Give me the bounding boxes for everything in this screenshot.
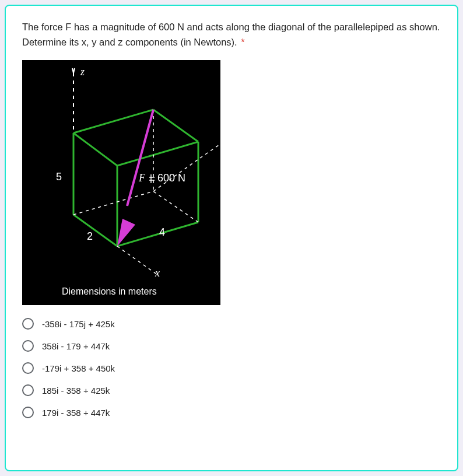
options-group: -358i - 175j + 425k 358i - 179 + 447k -1… (22, 318, 441, 418)
required-marker: * (241, 37, 244, 47)
radio-icon (22, 340, 34, 352)
dim-4-label: 4 (159, 226, 165, 239)
radio-icon (22, 318, 34, 330)
svg-line-13 (73, 191, 153, 215)
svg-line-5 (117, 142, 198, 166)
svg-line-14 (153, 191, 198, 222)
force-val: 600 N (157, 172, 185, 184)
option-label: 179i - 358 + 447k (42, 408, 110, 418)
svg-line-16 (200, 136, 220, 158)
svg-line-10 (73, 215, 117, 246)
svg-line-6 (73, 133, 117, 166)
question-body: The force F has a magnitude of 600 N and… (22, 22, 440, 47)
force-f: F (139, 172, 145, 184)
svg-line-3 (73, 110, 153, 133)
dim-2-label: 2 (87, 230, 93, 243)
figure-svg (22, 60, 220, 305)
figure-caption: Diemensions in meters (62, 286, 157, 297)
axis-z-label: z (80, 66, 85, 78)
option-label: 185i - 358 + 425k (42, 386, 110, 396)
option-2[interactable]: -179i + 358 + 450k (22, 362, 441, 374)
option-label: -358i - 175j + 425k (42, 319, 115, 329)
option-3[interactable]: 185i - 358 + 425k (22, 384, 441, 396)
option-label: -179i + 358 + 450k (42, 363, 115, 373)
option-1[interactable]: 358i - 179 + 447k (22, 340, 441, 352)
axis-y-label: y (231, 129, 236, 141)
option-4[interactable]: 179i - 358 + 447k (22, 407, 441, 418)
axis-x-label: x (155, 267, 160, 279)
radio-icon (22, 384, 34, 396)
svg-line-2 (73, 68, 75, 73)
svg-line-18 (127, 110, 153, 206)
radio-icon (22, 362, 34, 374)
option-0[interactable]: -358i - 175j + 425k (22, 318, 441, 330)
question-card: The force F has a magnitude of 600 N and… (5, 5, 458, 471)
dim-5-label: 5 (56, 171, 62, 183)
svg-line-4 (153, 110, 198, 142)
radio-icon (22, 407, 34, 418)
problem-figure: z y x 5 2 4 F 600 N Diemensions in meter… (22, 60, 220, 305)
option-label: 358i - 179 + 447k (42, 341, 110, 351)
svg-line-17 (117, 246, 157, 275)
question-text: The force F has a magnitude of 600 N and… (22, 20, 441, 50)
